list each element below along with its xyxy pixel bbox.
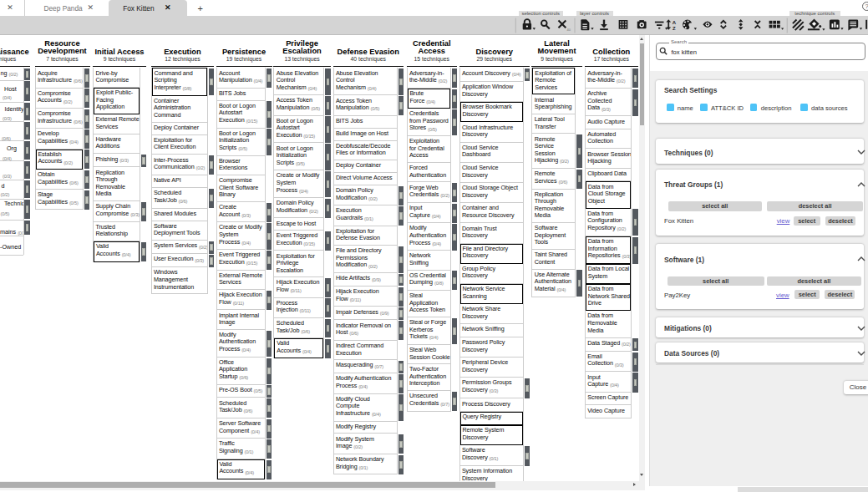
svg-text:A: A [673,20,677,25]
svg-text:40: 40 [567,28,571,32]
svg-text:Z: Z [673,26,676,31]
